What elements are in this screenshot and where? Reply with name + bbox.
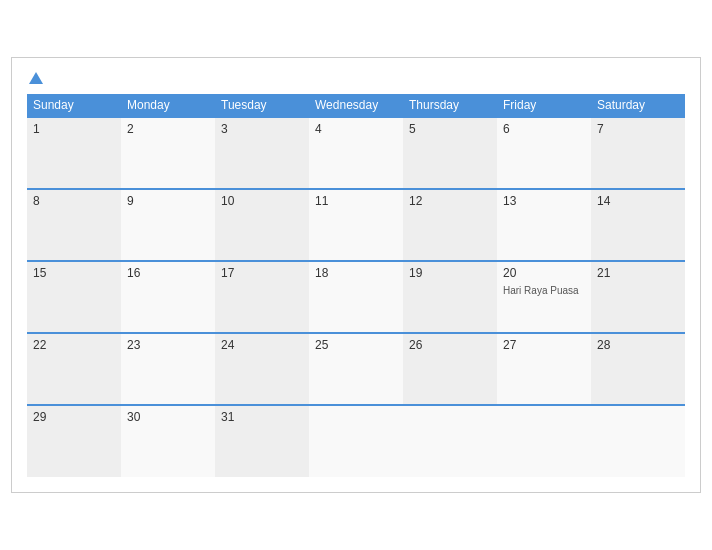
day-number: 11 bbox=[315, 194, 397, 208]
calendar-day-cell: 24 bbox=[215, 333, 309, 405]
calendar-day-cell: 18 bbox=[309, 261, 403, 333]
day-number: 12 bbox=[409, 194, 491, 208]
calendar-day-cell bbox=[403, 405, 497, 477]
calendar-day-cell: 1 bbox=[27, 117, 121, 189]
calendar-week-row: 151617181920Hari Raya Puasa21 bbox=[27, 261, 685, 333]
day-number: 19 bbox=[409, 266, 491, 280]
day-number: 21 bbox=[597, 266, 679, 280]
calendar-day-cell: 29 bbox=[27, 405, 121, 477]
calendar-day-cell: 23 bbox=[121, 333, 215, 405]
day-number: 24 bbox=[221, 338, 303, 352]
weekday-header-thursday: Thursday bbox=[403, 94, 497, 117]
calendar-day-cell bbox=[591, 405, 685, 477]
calendar-container: SundayMondayTuesdayWednesdayThursdayFrid… bbox=[11, 57, 701, 493]
day-number: 4 bbox=[315, 122, 397, 136]
calendar-body: 1234567891011121314151617181920Hari Raya… bbox=[27, 117, 685, 477]
weekday-header-wednesday: Wednesday bbox=[309, 94, 403, 117]
calendar-grid: SundayMondayTuesdayWednesdayThursdayFrid… bbox=[27, 94, 685, 477]
day-number: 2 bbox=[127, 122, 209, 136]
day-number: 31 bbox=[221, 410, 303, 424]
calendar-day-cell: 13 bbox=[497, 189, 591, 261]
calendar-day-cell: 30 bbox=[121, 405, 215, 477]
day-number: 6 bbox=[503, 122, 585, 136]
weekday-header-monday: Monday bbox=[121, 94, 215, 117]
day-number: 15 bbox=[33, 266, 115, 280]
calendar-header bbox=[27, 68, 685, 86]
weekday-header-saturday: Saturday bbox=[591, 94, 685, 117]
calendar-day-cell bbox=[497, 405, 591, 477]
calendar-day-cell: 5 bbox=[403, 117, 497, 189]
day-number: 3 bbox=[221, 122, 303, 136]
holiday-label: Hari Raya Puasa bbox=[503, 284, 585, 297]
day-number: 22 bbox=[33, 338, 115, 352]
day-number: 27 bbox=[503, 338, 585, 352]
calendar-day-cell: 3 bbox=[215, 117, 309, 189]
day-number: 30 bbox=[127, 410, 209, 424]
calendar-day-cell: 28 bbox=[591, 333, 685, 405]
day-number: 26 bbox=[409, 338, 491, 352]
calendar-week-row: 293031 bbox=[27, 405, 685, 477]
calendar-day-cell: 20Hari Raya Puasa bbox=[497, 261, 591, 333]
calendar-week-row: 1234567 bbox=[27, 117, 685, 189]
day-number: 25 bbox=[315, 338, 397, 352]
calendar-day-cell: 31 bbox=[215, 405, 309, 477]
calendar-week-row: 22232425262728 bbox=[27, 333, 685, 405]
day-number: 10 bbox=[221, 194, 303, 208]
calendar-day-cell: 11 bbox=[309, 189, 403, 261]
calendar-day-cell: 9 bbox=[121, 189, 215, 261]
day-number: 16 bbox=[127, 266, 209, 280]
calendar-day-cell: 25 bbox=[309, 333, 403, 405]
calendar-week-row: 891011121314 bbox=[27, 189, 685, 261]
calendar-day-cell: 10 bbox=[215, 189, 309, 261]
weekday-header-tuesday: Tuesday bbox=[215, 94, 309, 117]
weekday-header-sunday: Sunday bbox=[27, 94, 121, 117]
calendar-day-cell: 2 bbox=[121, 117, 215, 189]
weekday-header-row: SundayMondayTuesdayWednesdayThursdayFrid… bbox=[27, 94, 685, 117]
day-number: 23 bbox=[127, 338, 209, 352]
day-number: 18 bbox=[315, 266, 397, 280]
logo-area bbox=[27, 68, 43, 86]
calendar-day-cell: 14 bbox=[591, 189, 685, 261]
day-number: 5 bbox=[409, 122, 491, 136]
day-number: 1 bbox=[33, 122, 115, 136]
calendar-day-cell: 22 bbox=[27, 333, 121, 405]
day-number: 20 bbox=[503, 266, 585, 280]
day-number: 14 bbox=[597, 194, 679, 208]
calendar-day-cell: 12 bbox=[403, 189, 497, 261]
day-number: 8 bbox=[33, 194, 115, 208]
day-number: 28 bbox=[597, 338, 679, 352]
calendar-day-cell: 19 bbox=[403, 261, 497, 333]
calendar-day-cell: 4 bbox=[309, 117, 403, 189]
calendar-day-cell: 21 bbox=[591, 261, 685, 333]
day-number: 17 bbox=[221, 266, 303, 280]
calendar-day-cell: 17 bbox=[215, 261, 309, 333]
day-number: 29 bbox=[33, 410, 115, 424]
calendar-day-cell: 6 bbox=[497, 117, 591, 189]
calendar-day-cell: 8 bbox=[27, 189, 121, 261]
day-number: 13 bbox=[503, 194, 585, 208]
day-number: 9 bbox=[127, 194, 209, 208]
logo-general bbox=[27, 68, 43, 86]
calendar-day-cell: 16 bbox=[121, 261, 215, 333]
day-number: 7 bbox=[597, 122, 679, 136]
logo-triangle-icon bbox=[29, 72, 43, 84]
weekday-header-friday: Friday bbox=[497, 94, 591, 117]
calendar-day-cell: 26 bbox=[403, 333, 497, 405]
calendar-day-cell: 15 bbox=[27, 261, 121, 333]
calendar-day-cell: 27 bbox=[497, 333, 591, 405]
calendar-day-cell: 7 bbox=[591, 117, 685, 189]
calendar-day-cell bbox=[309, 405, 403, 477]
